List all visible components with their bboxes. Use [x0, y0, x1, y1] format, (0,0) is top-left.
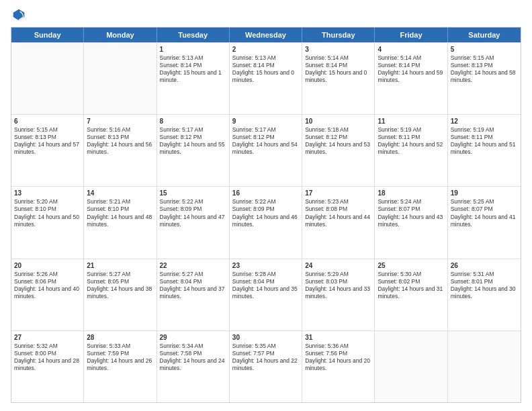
- day-number: 29: [160, 333, 226, 342]
- day-number: 20: [14, 261, 81, 270]
- day-info: Sunrise: 5:17 AMSunset: 8:12 PMDaylight:…: [160, 126, 226, 156]
- day-info: Sunrise: 5:32 AMSunset: 8:00 PMDaylight:…: [14, 342, 81, 372]
- empty-cell: [375, 331, 447, 402]
- calendar-week-5: 27Sunrise: 5:32 AMSunset: 8:00 PMDayligh…: [11, 330, 521, 402]
- day-number: 16: [232, 189, 299, 197]
- logo-icon: [12, 8, 26, 21]
- day-number: 13: [14, 189, 81, 197]
- day-cell-11: 11Sunrise: 5:19 AMSunset: 8:11 PMDayligh…: [375, 115, 447, 186]
- day-info: Sunrise: 5:31 AMSunset: 8:01 PMDaylight:…: [451, 271, 518, 300]
- day-number: 11: [378, 117, 444, 126]
- day-cell-14: 14Sunrise: 5:21 AMSunset: 8:10 PMDayligh…: [84, 187, 157, 258]
- day-info: Sunrise: 5:23 AMSunset: 8:08 PMDaylight:…: [305, 198, 371, 228]
- day-cell-4: 4Sunrise: 5:14 AMSunset: 8:14 PMDaylight…: [375, 43, 447, 114]
- day-info: Sunrise: 5:24 AMSunset: 8:07 PMDaylight:…: [378, 198, 444, 228]
- day-info: Sunrise: 5:26 AMSunset: 8:06 PMDaylight:…: [14, 271, 81, 300]
- day-number: 22: [160, 261, 226, 270]
- day-header-friday: Friday: [375, 28, 447, 42]
- day-number: 2: [232, 45, 299, 54]
- calendar-week-3: 13Sunrise: 5:20 AMSunset: 8:10 PMDayligh…: [11, 186, 521, 258]
- day-info: Sunrise: 5:22 AMSunset: 8:09 PMDaylight:…: [160, 198, 226, 228]
- day-number: 27: [14, 333, 81, 342]
- empty-cell: [11, 43, 84, 114]
- day-number: 1: [160, 45, 226, 54]
- day-cell-2: 2Sunrise: 5:13 AMSunset: 8:14 PMDaylight…: [230, 43, 302, 114]
- day-info: Sunrise: 5:35 AMSunset: 7:57 PMDaylight:…: [232, 342, 299, 372]
- day-number: 14: [87, 189, 153, 197]
- day-cell-1: 1Sunrise: 5:13 AMSunset: 8:14 PMDaylight…: [157, 43, 230, 114]
- day-number: 28: [87, 333, 153, 342]
- day-info: Sunrise: 5:18 AMSunset: 8:12 PMDaylight:…: [305, 126, 371, 156]
- day-info: Sunrise: 5:34 AMSunset: 7:58 PMDaylight:…: [160, 342, 226, 372]
- day-cell-24: 24Sunrise: 5:29 AMSunset: 8:03 PMDayligh…: [302, 259, 375, 330]
- day-number: 7: [87, 117, 153, 126]
- day-cell-15: 15Sunrise: 5:22 AMSunset: 8:09 PMDayligh…: [157, 187, 230, 258]
- day-number: 12: [451, 117, 518, 126]
- day-info: Sunrise: 5:13 AMSunset: 8:14 PMDaylight:…: [232, 54, 299, 84]
- day-header-monday: Monday: [84, 28, 157, 42]
- day-cell-28: 28Sunrise: 5:33 AMSunset: 7:59 PMDayligh…: [84, 331, 157, 402]
- day-cell-9: 9Sunrise: 5:17 AMSunset: 8:12 PMDaylight…: [230, 115, 302, 186]
- day-info: Sunrise: 5:19 AMSunset: 8:11 PMDaylight:…: [378, 126, 444, 156]
- day-number: 26: [451, 261, 518, 270]
- day-cell-20: 20Sunrise: 5:26 AMSunset: 8:06 PMDayligh…: [11, 259, 84, 330]
- day-cell-16: 16Sunrise: 5:22 AMSunset: 8:09 PMDayligh…: [230, 187, 302, 258]
- day-number: 5: [451, 45, 518, 54]
- day-number: 31: [305, 333, 371, 342]
- empty-cell: [84, 43, 157, 114]
- day-number: 18: [378, 189, 444, 197]
- day-info: Sunrise: 5:28 AMSunset: 8:04 PMDaylight:…: [232, 271, 299, 300]
- day-info: Sunrise: 5:25 AMSunset: 8:07 PMDaylight:…: [451, 198, 518, 228]
- day-number: 24: [305, 261, 371, 270]
- day-info: Sunrise: 5:14 AMSunset: 8:14 PMDaylight:…: [305, 54, 371, 84]
- logo: [11, 8, 26, 21]
- day-header-saturday: Saturday: [448, 28, 521, 42]
- day-cell-8: 8Sunrise: 5:17 AMSunset: 8:12 PMDaylight…: [157, 115, 230, 186]
- day-header-thursday: Thursday: [302, 28, 375, 42]
- day-cell-26: 26Sunrise: 5:31 AMSunset: 8:01 PMDayligh…: [448, 259, 521, 330]
- day-cell-10: 10Sunrise: 5:18 AMSunset: 8:12 PMDayligh…: [302, 115, 375, 186]
- day-cell-5: 5Sunrise: 5:15 AMSunset: 8:13 PMDaylight…: [448, 43, 521, 114]
- day-number: 9: [232, 117, 299, 126]
- calendar-header: SundayMondayTuesdayWednesdayThursdayFrid…: [11, 28, 521, 42]
- day-number: 15: [160, 189, 226, 197]
- day-info: Sunrise: 5:27 AMSunset: 8:04 PMDaylight:…: [160, 271, 226, 300]
- day-info: Sunrise: 5:27 AMSunset: 8:05 PMDaylight:…: [87, 271, 153, 300]
- day-cell-18: 18Sunrise: 5:24 AMSunset: 8:07 PMDayligh…: [375, 187, 447, 258]
- day-info: Sunrise: 5:16 AMSunset: 8:13 PMDaylight:…: [87, 126, 153, 156]
- day-cell-22: 22Sunrise: 5:27 AMSunset: 8:04 PMDayligh…: [157, 259, 230, 330]
- day-header-wednesday: Wednesday: [230, 28, 302, 42]
- day-number: 17: [305, 189, 371, 197]
- calendar: SundayMondayTuesdayWednesdayThursdayFrid…: [11, 27, 521, 403]
- day-cell-17: 17Sunrise: 5:23 AMSunset: 8:08 PMDayligh…: [302, 187, 375, 258]
- day-info: Sunrise: 5:19 AMSunset: 8:11 PMDaylight:…: [451, 126, 518, 156]
- day-cell-21: 21Sunrise: 5:27 AMSunset: 8:05 PMDayligh…: [84, 259, 157, 330]
- day-cell-31: 31Sunrise: 5:36 AMSunset: 7:56 PMDayligh…: [302, 331, 375, 402]
- day-info: Sunrise: 5:22 AMSunset: 8:09 PMDaylight:…: [232, 198, 299, 228]
- day-info: Sunrise: 5:36 AMSunset: 7:56 PMDaylight:…: [305, 342, 371, 372]
- day-info: Sunrise: 5:29 AMSunset: 8:03 PMDaylight:…: [305, 271, 371, 300]
- day-info: Sunrise: 5:30 AMSunset: 8:02 PMDaylight:…: [378, 271, 444, 300]
- day-info: Sunrise: 5:15 AMSunset: 8:13 PMDaylight:…: [14, 126, 81, 156]
- empty-cell: [448, 331, 521, 402]
- day-number: 8: [160, 117, 226, 126]
- day-number: 19: [451, 189, 518, 197]
- day-number: 6: [14, 117, 81, 126]
- calendar-body: 1Sunrise: 5:13 AMSunset: 8:14 PMDaylight…: [11, 42, 521, 402]
- day-info: Sunrise: 5:20 AMSunset: 8:10 PMDaylight:…: [14, 198, 81, 228]
- day-cell-29: 29Sunrise: 5:34 AMSunset: 7:58 PMDayligh…: [157, 331, 230, 402]
- calendar-week-2: 6Sunrise: 5:15 AMSunset: 8:13 PMDaylight…: [11, 114, 521, 186]
- day-cell-23: 23Sunrise: 5:28 AMSunset: 8:04 PMDayligh…: [230, 259, 302, 330]
- day-header-sunday: Sunday: [11, 28, 84, 42]
- day-info: Sunrise: 5:14 AMSunset: 8:14 PMDaylight:…: [378, 54, 444, 84]
- day-cell-30: 30Sunrise: 5:35 AMSunset: 7:57 PMDayligh…: [230, 331, 302, 402]
- day-number: 23: [232, 261, 299, 270]
- day-info: Sunrise: 5:33 AMSunset: 7:59 PMDaylight:…: [87, 342, 153, 372]
- day-number: 3: [305, 45, 371, 54]
- day-number: 25: [378, 261, 444, 270]
- day-cell-25: 25Sunrise: 5:30 AMSunset: 8:02 PMDayligh…: [375, 259, 447, 330]
- calendar-week-1: 1Sunrise: 5:13 AMSunset: 8:14 PMDaylight…: [11, 42, 521, 114]
- day-info: Sunrise: 5:21 AMSunset: 8:10 PMDaylight:…: [87, 198, 153, 228]
- day-number: 10: [305, 117, 371, 126]
- calendar-week-4: 20Sunrise: 5:26 AMSunset: 8:06 PMDayligh…: [11, 259, 521, 330]
